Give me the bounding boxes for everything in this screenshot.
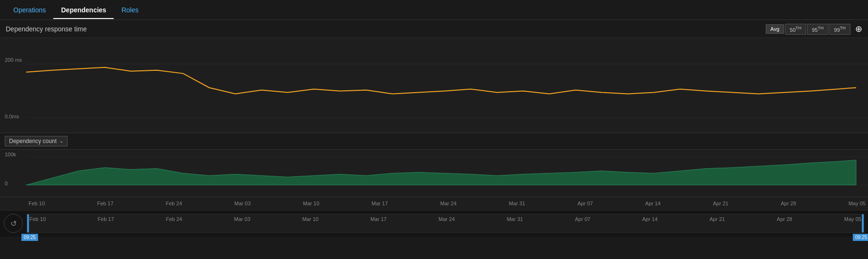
scrubber-label-apr14: Apr 14 bbox=[642, 216, 657, 222]
x-label-feb10: Feb 10 bbox=[29, 201, 45, 206]
scrubber-label-apr07: Apr 07 bbox=[575, 216, 590, 222]
x-axis-labels: Feb 10 Feb 17 Feb 24 Mar 03 Mar 10 Mar 1… bbox=[26, 201, 868, 206]
upper-chart-area: 200 ms 0.0ms bbox=[0, 38, 868, 133]
x-axis: Feb 10 Feb 17 Feb 24 Mar 03 Mar 10 Mar 1… bbox=[0, 197, 868, 211]
chart-header: Dependency response time Avg 50TH 95TH 9… bbox=[0, 20, 868, 38]
x-label-feb17: Feb 17 bbox=[97, 201, 113, 206]
pin-button[interactable]: ⊕ bbox=[855, 24, 862, 34]
scrubber-label-feb24: Feb 24 bbox=[166, 216, 182, 222]
chart-title: Dependency response time bbox=[6, 25, 87, 33]
scrubber-track[interactable]: 09:25 09:25 Feb 10 Feb 17 Feb 24 Mar 03 … bbox=[27, 214, 864, 233]
scrubber-label-feb10: Feb 10 bbox=[29, 216, 46, 222]
x-label-apr21: Apr 21 bbox=[713, 201, 728, 206]
scrubber-label-apr21: Apr 21 bbox=[710, 216, 725, 222]
scrubber-label-apr28: Apr 28 bbox=[777, 216, 792, 222]
btn-50th[interactable]: 50TH bbox=[785, 24, 806, 35]
scrubber-label-feb17: Feb 17 bbox=[98, 216, 114, 222]
x-label-mar10: Mar 10 bbox=[303, 201, 319, 206]
time-badge-left: 09:25 bbox=[21, 234, 38, 241]
x-label-may05: May 05 bbox=[848, 201, 866, 206]
lower-chart-area: 100k 0 bbox=[0, 150, 868, 197]
reset-icon: ↺ bbox=[10, 219, 17, 228]
tab-dependencies[interactable]: Dependencies bbox=[53, 1, 114, 19]
reset-button[interactable]: ↺ bbox=[4, 214, 23, 233]
time-badge-right: 09:25 bbox=[853, 234, 868, 241]
upper-chart-svg bbox=[0, 38, 868, 133]
x-label-mar03: Mar 03 bbox=[234, 201, 251, 206]
dep-count-row: Dependency count ⌄ bbox=[0, 133, 868, 150]
x-label-mar31: Mar 31 bbox=[509, 201, 525, 206]
chevron-down-icon: ⌄ bbox=[59, 138, 63, 144]
dep-count-dropdown[interactable]: Dependency count ⌄ bbox=[5, 136, 68, 146]
lower-section: Dependency count ⌄ 100k 0 Feb 10 Feb 17 … bbox=[0, 133, 868, 237]
dep-count-label: Dependency count bbox=[9, 138, 57, 144]
scrubber-row: ↺ 09:25 09:25 Feb 10 Feb 17 Feb 24 Mar 0… bbox=[0, 211, 868, 237]
x-label-feb24: Feb 24 bbox=[166, 201, 182, 206]
btn-95th[interactable]: 95TH bbox=[807, 24, 828, 35]
scrubber-label-mar24: Mar 24 bbox=[439, 216, 455, 222]
scrubber-label-mar31: Mar 31 bbox=[507, 216, 523, 222]
tab-operations[interactable]: Operations bbox=[6, 1, 53, 19]
x-label-mar24: Mar 24 bbox=[440, 201, 457, 206]
x-label-apr28: Apr 28 bbox=[780, 201, 796, 206]
x-label-mar17: Mar 17 bbox=[371, 201, 388, 206]
tab-roles[interactable]: Roles bbox=[114, 1, 146, 19]
x-label-apr07: Apr 07 bbox=[577, 201, 593, 206]
scrubber-label-mar10: Mar 10 bbox=[302, 216, 318, 222]
x-label-apr14: Apr 14 bbox=[645, 201, 661, 206]
tab-bar: Operations Dependencies Roles bbox=[0, 0, 868, 20]
scrubber-label-mar03: Mar 03 bbox=[234, 216, 250, 222]
scrubber-label-may05: May 05 bbox=[844, 216, 861, 222]
scrubber-labels: Feb 10 Feb 17 Feb 24 Mar 03 Mar 10 Mar 1… bbox=[27, 216, 864, 222]
percentile-buttons: Avg 50TH 95TH 99TH ⊕ bbox=[766, 24, 862, 35]
btn-99th[interactable]: 99TH bbox=[829, 24, 850, 35]
scrubber-label-mar17: Mar 17 bbox=[371, 216, 387, 222]
svg-marker-4 bbox=[26, 160, 856, 184]
lower-chart-svg bbox=[0, 150, 868, 197]
btn-avg[interactable]: Avg bbox=[766, 24, 784, 34]
